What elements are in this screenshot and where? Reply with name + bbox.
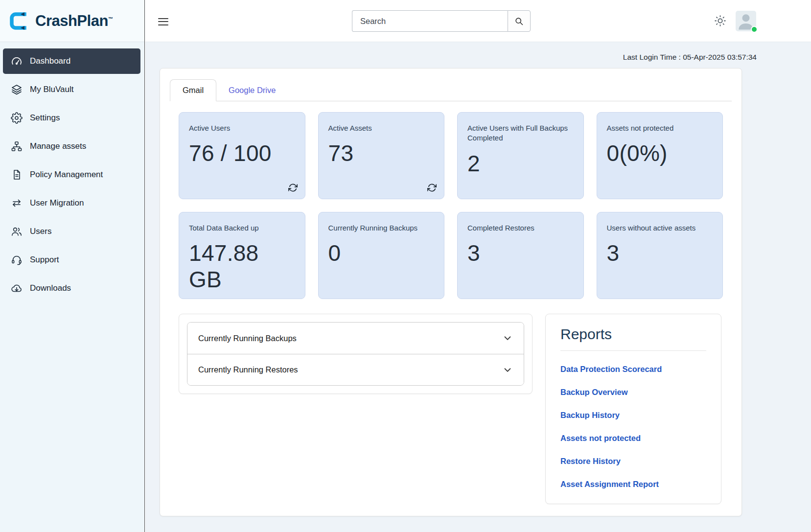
report-link-asset-assignment-report[interactable]: Asset Assignment Report	[560, 480, 706, 489]
sidebar-item-label: Dashboard	[30, 56, 70, 66]
gauge-icon	[11, 55, 23, 67]
stat-value: 147.88 GB	[189, 240, 295, 293]
stat-label: Active Users	[189, 123, 295, 133]
stat-card-users-without-active-assets: Users without active assets 3	[597, 212, 723, 299]
headset-icon	[11, 254, 23, 266]
stat-label: Active Assets	[328, 123, 435, 133]
search-bar	[352, 10, 531, 32]
gear-icon	[11, 112, 23, 124]
brand-name: CrashPlan™	[35, 12, 113, 30]
search-icon	[514, 16, 524, 26]
main-content: Last Login Time : 05-Apr-2025 03:57:34 G…	[145, 42, 811, 532]
sidebar-item-support[interactable]: Support	[3, 247, 140, 273]
stat-value: 2	[467, 150, 574, 177]
activity-accordions: Currently Running Backups Currently Runn…	[179, 314, 533, 394]
reports-divider	[560, 350, 706, 351]
accordion-currently-running-backups[interactable]: Currently Running Backups	[187, 323, 524, 354]
report-link-backup-history[interactable]: Backup History	[560, 411, 706, 420]
stat-label: Active Users with Full Backups Completed	[467, 123, 574, 143]
reports-card: Reports Data Protection Scorecard Backup…	[545, 314, 721, 504]
refresh-icon[interactable]	[288, 183, 298, 192]
report-link-assets-not-protected[interactable]: Assets not protected	[560, 434, 706, 443]
sidebar-item-label: Downloads	[30, 283, 71, 293]
report-link-backup-overview[interactable]: Backup Overview	[560, 388, 706, 397]
sidebar-item-my-bluvault[interactable]: My BluVault	[3, 77, 140, 102]
crashplan-logo[interactable]: CrashPlan™	[0, 0, 144, 42]
cloud-download-icon	[11, 282, 23, 294]
sidebar-item-dashboard[interactable]: Dashboard	[3, 48, 140, 74]
bottom-row: Currently Running Backups Currently Runn…	[179, 314, 723, 504]
crashplan-logo-icon	[7, 9, 30, 33]
app-root: CrashPlan™ Dashboard My BluVault	[0, 0, 811, 532]
sitemap-icon	[11, 140, 23, 152]
sidebar-item-label: Support	[30, 255, 59, 265]
sidebar-item-label: Users	[30, 227, 51, 236]
menu-icon[interactable]	[158, 16, 169, 27]
sidebar-item-label: Policy Management	[30, 170, 103, 180]
stats-grid: Active Users 76 / 100 Active Assets 73	[179, 112, 723, 299]
last-login-time: Last Login Time : 05-Apr-2025 03:57:34	[160, 53, 757, 62]
search-input[interactable]	[352, 10, 508, 32]
chevron-down-icon	[502, 333, 513, 344]
search-button[interactable]	[508, 10, 531, 32]
sidebar-item-label: Manage assets	[30, 141, 86, 151]
report-link-restore-history[interactable]: Restore History	[560, 457, 706, 466]
stat-value: 73	[328, 140, 435, 166]
sidebar: CrashPlan™ Dashboard My BluVault	[0, 0, 145, 532]
sidebar-item-label: My BluVault	[30, 85, 73, 94]
stat-label: Users without active assets	[607, 223, 713, 233]
report-link-data-protection-scorecard[interactable]: Data Protection Scorecard	[560, 365, 706, 374]
stat-value: 76 / 100	[189, 140, 295, 166]
stat-card-active-users: Active Users 76 / 100	[179, 112, 305, 199]
sidebar-item-downloads[interactable]: Downloads	[3, 276, 140, 301]
sidebar-item-settings[interactable]: Settings	[3, 105, 140, 131]
sidebar-item-policy-management[interactable]: Policy Management	[3, 162, 140, 187]
stat-value: 3	[607, 240, 713, 266]
stat-label: Completed Restores	[467, 223, 574, 233]
sidebar-item-label: Settings	[30, 113, 60, 123]
accordion-label: Currently Running Restores	[198, 365, 298, 374]
stat-card-completed-restores: Completed Restores 3	[457, 212, 584, 299]
layers-icon	[11, 84, 23, 95]
brightness-icon[interactable]	[714, 14, 727, 27]
stat-value: 0	[328, 240, 435, 266]
sidebar-nav: Dashboard My BluVault Settings	[0, 42, 144, 301]
sidebar-item-manage-assets[interactable]: Manage assets	[3, 134, 140, 159]
top-bar	[145, 0, 811, 42]
stat-label: Currently Running Backups	[328, 223, 435, 233]
stat-card-full-backups-completed: Active Users with Full Backups Completed…	[457, 112, 584, 199]
stat-card-running-backups: Currently Running Backups 0	[318, 212, 445, 299]
tab-google-drive[interactable]: Google Drive	[216, 80, 288, 101]
chevron-down-icon	[502, 365, 513, 375]
dashboard-panel: Gmail Google Drive Active Users 76 / 100	[160, 68, 742, 516]
refresh-icon[interactable]	[427, 183, 437, 192]
tabs: Gmail Google Drive	[170, 79, 732, 101]
stat-value: 0(0%)	[607, 140, 713, 166]
stat-card-assets-not-protected: Assets not protected 0(0%)	[597, 112, 723, 199]
sidebar-item-label: User Migration	[30, 198, 84, 208]
accordion-label: Currently Running Backups	[198, 334, 297, 343]
reports-title: Reports	[560, 326, 706, 343]
stat-value: 3	[467, 240, 574, 266]
accordion-currently-running-restores[interactable]: Currently Running Restores	[187, 354, 524, 385]
stat-card-total-data-backed-up: Total Data Backed up 147.88 GB	[179, 212, 305, 299]
stat-card-active-assets: Active Assets 73	[318, 112, 445, 199]
stat-label: Assets not protected	[607, 123, 713, 133]
user-avatar[interactable]	[736, 11, 756, 31]
sidebar-item-users[interactable]: Users	[3, 219, 140, 244]
transfer-arrows-icon	[11, 197, 23, 209]
document-icon	[11, 169, 23, 181]
sidebar-item-user-migration[interactable]: User Migration	[3, 190, 140, 216]
tab-gmail[interactable]: Gmail	[170, 79, 216, 101]
users-icon	[11, 226, 23, 237]
stat-label: Total Data Backed up	[189, 223, 295, 233]
online-status-dot	[751, 26, 758, 33]
